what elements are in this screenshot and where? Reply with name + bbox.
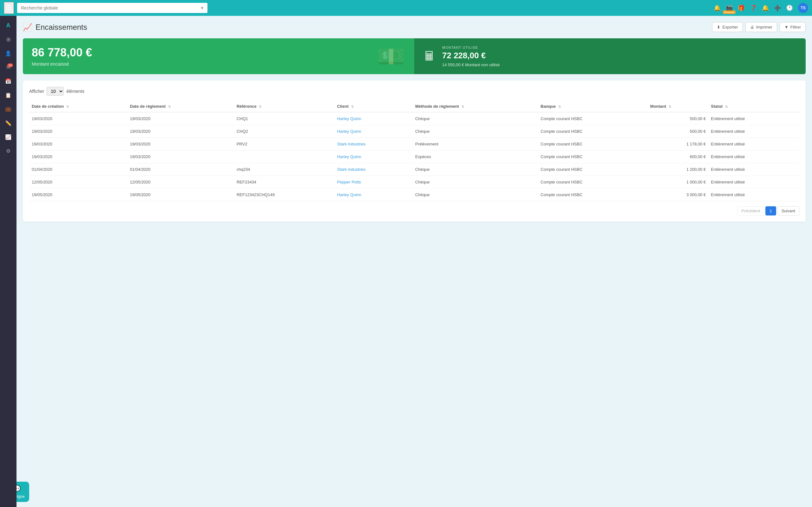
sidebar-item-calendar[interactable]: 📅 bbox=[2, 75, 14, 88]
col-reference[interactable]: Référence ⇅ bbox=[234, 101, 335, 112]
next-button[interactable]: Suivant bbox=[777, 206, 799, 216]
page-title-icon: 📈 bbox=[23, 23, 32, 32]
client-link[interactable]: Stark industries bbox=[337, 167, 366, 172]
sidebar-item-edit[interactable]: ✏️ bbox=[2, 117, 14, 129]
sidebar-item-dashboard[interactable]: ⊞ bbox=[2, 33, 14, 46]
table-cell: Chèque bbox=[413, 163, 538, 176]
sort-date-creation-icon: ⇅ bbox=[66, 105, 69, 108]
table-row: 19/05/202019/05/2020REF123423CHQ149Harle… bbox=[29, 188, 799, 201]
sidebar-item-settings[interactable]: ⚙ bbox=[2, 145, 14, 157]
table-cell: 19/03/2020 bbox=[29, 125, 128, 138]
calculator-icon: 🖩 bbox=[423, 49, 436, 63]
col-client[interactable]: Client ⇅ bbox=[335, 101, 413, 112]
table-cell[interactable]: Stark industries bbox=[335, 138, 413, 151]
top-navigation: ☰ ▼ 🔔 🎬 Nouveau 🎁 ❓ 🔔 ➕ 🕐 TS bbox=[0, 0, 812, 16]
table-row: 19/03/202019/03/2020CHQ2Harley QuinnChèq… bbox=[29, 125, 799, 138]
table-cell[interactable]: Harley Quinn bbox=[335, 151, 413, 163]
sort-client-icon: ⇅ bbox=[351, 105, 354, 108]
sidebar-item-analytics[interactable]: 📈 bbox=[2, 130, 14, 143]
plus-icon[interactable]: ➕ bbox=[774, 4, 781, 11]
table-container: Afficher 10 25 50 éléments Date de créat… bbox=[23, 80, 806, 222]
search-dropdown-button[interactable]: ▼ bbox=[197, 3, 207, 13]
table-cell: Entièrement utilisé bbox=[708, 151, 799, 163]
page-header: 📈 Encaissements ⬇ Exporter 🖨 Imprimer ▼ … bbox=[23, 22, 806, 32]
col-date-reglement[interactable]: Date de règlement ⇅ bbox=[128, 101, 234, 112]
table-cell: 19/03/2020 bbox=[29, 112, 128, 125]
sort-reference-icon: ⇅ bbox=[259, 105, 261, 108]
client-link[interactable]: Harley Quinn bbox=[337, 129, 361, 134]
gift-icon[interactable]: 🎁 bbox=[738, 4, 745, 11]
table-row: 19/03/202019/03/2020PRV2Stark industries… bbox=[29, 138, 799, 151]
col-statut[interactable]: Statut ⇅ bbox=[708, 101, 799, 112]
table-cell: REF23434 bbox=[234, 176, 335, 188]
used-label: MONTANT UTILISÉ bbox=[442, 46, 500, 49]
table-cell: Entièrement utilisé bbox=[708, 112, 799, 125]
bell-icon[interactable]: 🔔 bbox=[762, 4, 769, 11]
nav-icons: 🔔 🎬 Nouveau 🎁 ❓ 🔔 ➕ 🕐 TS bbox=[714, 3, 808, 13]
table-cell: Chèque bbox=[413, 188, 538, 201]
elements-label: éléments bbox=[66, 89, 84, 94]
col-methode[interactable]: Méthode de règlement ⇅ bbox=[413, 101, 538, 112]
table-cell[interactable]: Harley Quinn bbox=[335, 112, 413, 125]
table-cell: Entièrement utilisé bbox=[708, 138, 799, 151]
sort-montant-icon: ⇅ bbox=[669, 105, 671, 108]
sort-banque-icon: ⇅ bbox=[558, 105, 561, 108]
search-input[interactable] bbox=[17, 3, 197, 13]
show-select[interactable]: 10 25 50 bbox=[47, 87, 64, 96]
table-row: 19/03/202019/03/2020Harley QuinnEspècesC… bbox=[29, 151, 799, 163]
table-cell: Espèces bbox=[413, 151, 538, 163]
sort-methode-icon: ⇅ bbox=[461, 105, 464, 108]
client-link[interactable]: Pepper Potts bbox=[337, 180, 361, 184]
table-cell: Compte courant HSBC bbox=[538, 163, 648, 176]
sidebar-item-cases[interactable]: 📋 bbox=[2, 89, 14, 101]
sort-date-reglement-icon: ⇅ bbox=[168, 105, 171, 108]
table-cell[interactable]: Stark industries bbox=[335, 163, 413, 176]
main-amount: 86 778,00 € bbox=[32, 46, 405, 59]
col-banque[interactable]: Banque ⇅ bbox=[538, 101, 648, 112]
col-date-creation[interactable]: Date de création ⇅ bbox=[29, 101, 128, 112]
table-cell: Entièrement utilisé bbox=[708, 188, 799, 201]
table-cell: Compte courant HSBC bbox=[538, 125, 648, 138]
table-cell: Prélèvement bbox=[413, 138, 538, 151]
table-cell: PRV2 bbox=[234, 138, 335, 151]
user-avatar[interactable]: TS bbox=[798, 3, 808, 13]
money-icon: 💵 bbox=[377, 43, 405, 69]
client-link[interactable]: Harley Quinn bbox=[337, 192, 361, 197]
table-cell: 01/04/2020 bbox=[29, 163, 128, 176]
encaissements-table: Date de création ⇅ Date de règlement ⇅ R… bbox=[29, 101, 799, 201]
table-cell: 19/03/2020 bbox=[29, 151, 128, 163]
sidebar-item-contacts[interactable]: 👤 bbox=[2, 47, 14, 60]
video-icon[interactable]: 🎬 Nouveau bbox=[726, 4, 733, 11]
sidebar-item-mail[interactable]: ✉ 29 bbox=[2, 61, 14, 73]
table-cell: 1 200,00 € bbox=[648, 163, 709, 176]
table-cell: REF123423CHQ149 bbox=[234, 188, 335, 201]
table-cell bbox=[234, 151, 335, 163]
client-link[interactable]: Harley Quinn bbox=[337, 116, 361, 121]
prev-button[interactable]: Précédent bbox=[737, 206, 764, 216]
sidebar-item-logo[interactable]: A bbox=[2, 19, 14, 32]
client-link[interactable]: Harley Quinn bbox=[337, 154, 361, 159]
nouveau-badge: Nouveau bbox=[723, 10, 735, 14]
notification-icon[interactable]: 🔔 bbox=[714, 4, 721, 11]
page-1-button[interactable]: 1 bbox=[765, 206, 776, 216]
table-cell: 01/04/2020 bbox=[128, 163, 234, 176]
table-cell[interactable]: Harley Quinn bbox=[335, 188, 413, 201]
table-cell: Compte courant HSBC bbox=[538, 188, 648, 201]
table-cell: 500,00 € bbox=[648, 125, 709, 138]
unused-text: 14 550,00 € Montant non utilisé bbox=[442, 62, 500, 67]
export-button[interactable]: ⬇ Exporter bbox=[712, 22, 743, 32]
col-montant[interactable]: Montant ⇅ bbox=[648, 101, 709, 112]
menu-toggle-button[interactable]: ☰ bbox=[4, 2, 14, 14]
table-cell: Compte courant HSBC bbox=[538, 176, 648, 188]
sidebar-item-billing[interactable]: 💼 bbox=[2, 103, 14, 115]
table-cell[interactable]: Harley Quinn bbox=[335, 125, 413, 138]
clock-icon[interactable]: 🕐 bbox=[786, 4, 793, 11]
filter-button[interactable]: ▼ Filtrer bbox=[780, 22, 806, 32]
client-link[interactable]: Stark industries bbox=[337, 142, 366, 147]
main-content: 📈 Encaissements ⬇ Exporter 🖨 Imprimer ▼ … bbox=[16, 16, 812, 507]
table-cell: Compte courant HSBC bbox=[538, 138, 648, 151]
help-icon[interactable]: ❓ bbox=[750, 4, 757, 11]
table-cell[interactable]: Pepper Potts bbox=[335, 176, 413, 188]
print-button[interactable]: 🖨 Imprimer bbox=[745, 22, 777, 32]
table-cell: 19/03/2020 bbox=[29, 138, 128, 151]
